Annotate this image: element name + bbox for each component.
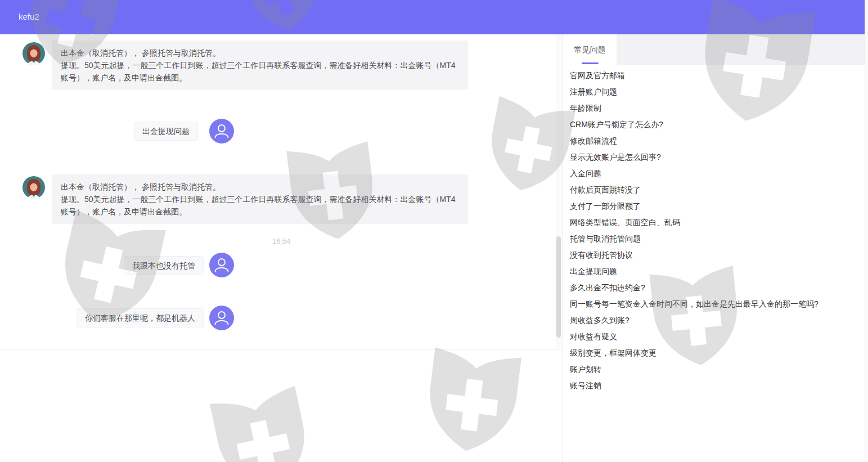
message-bubble: 出本金（取消托管）， 参照托管与取消托管。 提现。50美元起提，一般三个工作日到… xyxy=(52,174,468,224)
chat-scrollbar-thumb[interactable] xyxy=(556,236,561,338)
faq-item[interactable]: 网络类型错误、页面空白、乱码 xyxy=(570,218,857,229)
faq-item[interactable]: 注册账户问题 xyxy=(570,87,857,98)
message-input-area[interactable]: 怎样发截图? 发送 xyxy=(0,349,563,462)
faq-item[interactable]: 付款后页面跳转没了 xyxy=(570,185,857,196)
faq-item[interactable]: 账户划转 xyxy=(570,365,857,376)
faq-item[interactable]: 托管与取消托管问题 xyxy=(570,234,857,245)
faq-panel: 常见问题 官网及官方邮箱 注册账户问题 年龄限制 CRM账户号锁定了怎么办? 修… xyxy=(563,34,865,462)
window-title: kefu2 xyxy=(19,12,39,21)
faq-item[interactable]: 多久出金不扣违约金? xyxy=(570,283,857,294)
faq-item[interactable]: 官网及官方邮箱 xyxy=(570,71,857,82)
faq-item[interactable]: CRM账户号锁定了怎么办? xyxy=(570,120,857,131)
user-avatar xyxy=(209,306,234,330)
message-bubble: 出金提现问题 xyxy=(134,122,198,141)
faq-item[interactable]: 显示无效账户是怎么回事? xyxy=(570,152,857,164)
faq-tab-bar: 常见问题 xyxy=(563,34,865,65)
faq-item[interactable]: 支付了一部分限额了 xyxy=(570,201,857,213)
faq-item[interactable]: 入金问题 xyxy=(570,169,857,180)
chat-area: 出本金（取消托管）， 参照托管与取消托管。 提现。50美元起提，一般三个工作日到… xyxy=(0,34,563,462)
faq-item[interactable]: 没有收到托管协议 xyxy=(570,250,857,262)
agent-avatar xyxy=(23,42,45,65)
faq-item[interactable]: 对收益有疑义 xyxy=(570,332,857,343)
user-avatar xyxy=(209,119,234,143)
faq-item[interactable]: 级别变更，框架网体变更 xyxy=(570,348,857,360)
message-bubble: 出本金（取消托管）， 参照托管与取消托管。 提现。50美元起提，一般三个工作日到… xyxy=(52,41,468,90)
tab-active-underline xyxy=(582,62,599,64)
page-scrollbar-track[interactable] xyxy=(865,0,868,462)
faq-item[interactable]: 修改邮箱流程 xyxy=(570,136,857,147)
faq-item[interactable]: 同一账号每一笔资金入金时间不同，如出金是先出最早入金的那一笔吗? xyxy=(570,299,857,311)
message-bubble: 你们客服在那里呢，都是机器人 xyxy=(77,308,204,328)
customer-service-app: kefu2 出本金（取消托管）， 参照托管与取消托管。 提现。50美元起提，一般… xyxy=(0,0,868,462)
message-list: 出本金（取消托管）， 参照托管与取消托管。 提现。50美元起提，一般三个工作日到… xyxy=(0,34,563,349)
agent-avatar xyxy=(23,176,45,199)
user-avatar xyxy=(209,253,234,277)
faq-item[interactable]: 出金提现问题 xyxy=(570,267,857,278)
tab-common-questions-label: 常见问题 xyxy=(574,45,606,55)
window-header: kefu2 xyxy=(0,0,865,34)
tab-common-questions[interactable]: 常见问题 xyxy=(563,34,617,65)
faq-item[interactable]: 周收益多久到账? xyxy=(570,316,857,327)
faq-item[interactable]: 年龄限制 xyxy=(570,104,857,115)
message-bubble: 我跟本也没有托管 xyxy=(124,256,204,275)
timestamp: 16:54 xyxy=(0,237,563,245)
faq-item[interactable]: 账号注销 xyxy=(570,381,857,392)
